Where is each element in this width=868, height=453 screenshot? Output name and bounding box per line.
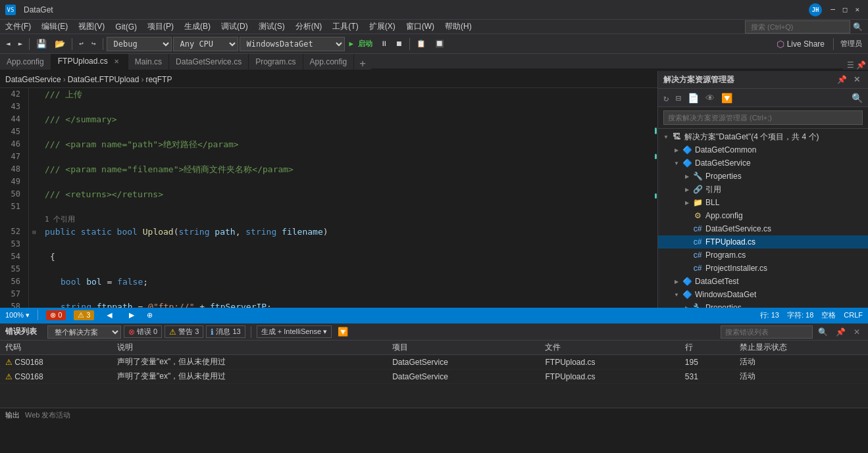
tree-datagetservice[interactable]: ▼ 🔷 DataGetService <box>658 156 868 170</box>
menu-git[interactable]: Git(G) <box>110 21 142 33</box>
error-count-badge[interactable]: ⊗ 错误 0 <box>124 325 162 338</box>
menu-test[interactable]: 测试(S) <box>253 20 290 34</box>
warn-count-badge[interactable]: ⚠ 警告 3 <box>165 325 203 338</box>
error-filter-dropdown[interactable]: 整个解决方案 <box>47 325 121 339</box>
menu-extensions[interactable]: 扩展(X) <box>364 20 401 34</box>
minimize-btn[interactable]: ─ <box>827 4 838 15</box>
code-content[interactable]: /// 上传 /// </summary> /// <param name="p… <box>39 88 648 308</box>
expand-icon[interactable]: ▶ <box>682 196 692 209</box>
tree-program-cs-1[interactable]: ▶ c# Program.cs <box>658 249 868 262</box>
tab-app-config-1[interactable]: App.config <box>0 54 51 70</box>
stop-btn[interactable]: ⏹ <box>392 37 406 50</box>
se-search-input[interactable] <box>663 110 863 125</box>
breadcrumb-reqftp[interactable]: reqFTP <box>145 75 172 84</box>
status-zoom[interactable]: 100% ▾ <box>5 311 30 320</box>
run-btn[interactable]: ▶ 启动 <box>346 37 376 51</box>
nav-back-btn[interactable]: ◄ <box>102 308 116 322</box>
breadcrumb-datagetservice[interactable]: DataGetService <box>5 75 61 84</box>
toolbar-forward-btn[interactable]: ► <box>15 37 26 50</box>
menu-analyze[interactable]: 分析(N) <box>290 20 328 34</box>
undo-btn[interactable]: ↩ <box>76 37 87 50</box>
expand-icon[interactable]: ▶ <box>682 183 692 196</box>
menu-build[interactable]: 生成(B) <box>179 20 216 34</box>
se-close-btn[interactable]: ✕ <box>851 74 863 85</box>
se-pin-btn[interactable]: 📌 <box>834 74 850 85</box>
output-tab[interactable]: 输出 <box>5 410 20 420</box>
tree-datagetcommon[interactable]: ▶ 🔷 DataGetCommon <box>658 143 868 156</box>
menu-window[interactable]: 窗口(W) <box>401 20 440 34</box>
tab-app-config-2[interactable]: App.config <box>303 54 355 70</box>
tree-properties-2[interactable]: ▶ 🔧 Properties <box>658 301 868 308</box>
msg-count-badge[interactable]: ℹ 消息 13 <box>206 325 245 338</box>
se-search-btn[interactable]: 🔍 <box>849 91 865 105</box>
tab-list-btn[interactable]: ☰ <box>846 60 855 70</box>
tree-projectinstaller-cs[interactable]: ▶ c# ProjectInstaller.cs <box>658 262 868 275</box>
status-mode[interactable]: 空格 <box>821 310 836 320</box>
global-search[interactable] <box>745 20 850 34</box>
status-warnings[interactable]: ⚠ 3 <box>74 310 94 320</box>
tree-datagettest[interactable]: ▶ 🔷 DataGetTest <box>658 275 868 288</box>
expand-icon[interactable]: ▶ <box>682 301 692 308</box>
table-row[interactable]: ⚠ CS0168 声明了变量"ex"，但从未使用过 DataGetService… <box>0 370 868 384</box>
config-dropdown[interactable]: Debug Release <box>107 37 172 51</box>
close-btn[interactable]: ✕ <box>852 4 863 15</box>
menu-debug[interactable]: 调试(D) <box>216 20 253 34</box>
expand-icon[interactable]: ▼ <box>671 156 682 170</box>
error-list-pin-btn[interactable]: 📌 <box>833 326 848 338</box>
status-col[interactable]: 字符: 18 <box>787 310 813 320</box>
tree-appconfig-1[interactable]: ▶ ⚙ App.config <box>658 209 868 222</box>
expand-icon[interactable]: ▶ <box>671 275 682 288</box>
menu-edit[interactable]: 编辑(E) <box>36 20 73 34</box>
menu-file[interactable]: 文件(F) <box>0 20 36 34</box>
tab-ftpupload[interactable]: FTPUpload.cs ✕ <box>51 54 128 70</box>
status-encoding[interactable]: CRLF <box>844 311 863 319</box>
toolbar-back-btn[interactable]: ◄ <box>3 37 14 50</box>
tab-datagetservice[interactable]: DataGetService.cs <box>169 54 249 70</box>
tree-bll[interactable]: ▶ 📁 BLL <box>658 196 868 209</box>
se-sync-btn[interactable]: ↻ <box>661 91 671 105</box>
pause-btn[interactable]: ⏸ <box>377 37 391 50</box>
expand-icon[interactable]: ▶ <box>682 170 692 183</box>
tree-datagetservice-cs[interactable]: ▶ c# DataGetService.cs <box>658 222 868 235</box>
error-list-close-btn[interactable]: ✕ <box>851 326 863 338</box>
platform-dropdown[interactable]: Any CPU x64 <box>173 37 238 51</box>
expand-icon[interactable]: ▼ <box>661 130 671 143</box>
status-scope-btn[interactable]: ⊕ <box>147 311 153 320</box>
collapse-btn-52[interactable]: ⊟ <box>29 226 39 238</box>
error-search-input[interactable] <box>721 325 813 339</box>
nav-forward-btn[interactable]: ► <box>124 308 139 322</box>
toolbar-open-btn[interactable]: 📂 <box>51 37 68 51</box>
menu-project[interactable]: 项目(P) <box>142 20 179 34</box>
tab-main[interactable]: Main.cs <box>128 54 169 70</box>
menu-help[interactable]: 帮助(H) <box>440 20 477 34</box>
manage-btn[interactable]: 管理员 <box>837 37 865 51</box>
se-show-files-btn[interactable]: 📄 <box>685 91 702 105</box>
table-row[interactable]: ⚠ CS0168 声明了变量"ex"，但从未使用过 DataGetService… <box>0 355 868 370</box>
build-intellisense-btn[interactable]: 生成 + IntelliSense ▾ <box>257 325 332 338</box>
se-filter-btn[interactable]: 🔽 <box>719 91 735 105</box>
expand-icon[interactable]: ▶ <box>671 143 682 156</box>
status-line[interactable]: 行: 13 <box>760 310 779 320</box>
tree-solution[interactable]: ▼ 🏗 解决方案"DataGet"(4 个项目，共 4 个) <box>658 130 868 143</box>
expand-icon[interactable]: ▼ <box>671 288 682 301</box>
maximize-btn[interactable]: □ <box>840 4 851 15</box>
tree-references-1[interactable]: ▶ 🔗 引用 <box>658 183 868 196</box>
live-share-btn[interactable]: ⬡ Live Share <box>771 37 830 51</box>
project-dropdown[interactable]: WindowsDataGet <box>240 37 345 51</box>
tree-ftpupload-cs[interactable]: ▶ c# FTPUpload.cs <box>658 235 868 249</box>
toolbar-misc-btn2[interactable]: 🔲 <box>432 37 447 50</box>
status-errors[interactable]: ⊗ 0 <box>46 310 66 320</box>
tree-properties-1[interactable]: ▶ 🔧 Properties <box>658 170 868 183</box>
toolbar-misc-btn1[interactable]: 📋 <box>413 37 429 50</box>
web-publish-tab[interactable]: Web 发布活动 <box>25 410 70 420</box>
tree-windowsdataget[interactable]: ▼ 🔷 WindowsDataGet <box>658 288 868 301</box>
user-avatar[interactable]: JH <box>809 3 822 16</box>
menu-view[interactable]: 视图(V) <box>73 20 110 34</box>
menu-tools[interactable]: 工具(T) <box>327 20 363 34</box>
tab-pin-btn[interactable]: 📌 <box>856 60 865 70</box>
se-collapse-btn[interactable]: ⊟ <box>673 91 683 105</box>
se-show-all-btn[interactable]: 👁 <box>703 91 717 105</box>
tab-program[interactable]: Program.cs <box>249 54 303 70</box>
redo-btn[interactable]: ↪ <box>88 37 99 50</box>
tab-add-btn[interactable]: + <box>354 57 371 70</box>
